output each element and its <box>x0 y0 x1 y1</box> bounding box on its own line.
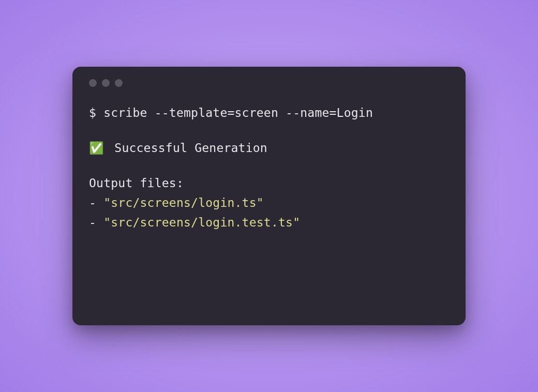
output-header: Output files: <box>89 174 449 193</box>
output-file-path: "src/screens/login.ts" <box>103 196 264 209</box>
output-file-line: - "src/screens/login.test.ts" <box>89 213 449 233</box>
success-icon: ✅ <box>89 139 104 158</box>
maximize-button[interactable] <box>115 79 123 87</box>
bullet: - <box>89 196 103 209</box>
output-file-path: "src/screens/login.test.ts" <box>103 216 300 229</box>
bullet: - <box>89 216 103 229</box>
window-controls <box>89 79 449 87</box>
output-file-line: - "src/screens/login.ts" <box>89 193 449 213</box>
status-text: Successful Generation <box>114 141 267 155</box>
close-button[interactable] <box>89 79 97 87</box>
command-text: $ scribe --template=screen --name=Login <box>89 106 373 119</box>
terminal-window: $ scribe --template=screen --name=Login … <box>72 67 466 325</box>
terminal-output: $ scribe --template=screen --name=Login … <box>89 103 449 233</box>
output-section: Output files: - "src/screens/login.ts" -… <box>89 174 449 233</box>
minimize-button[interactable] <box>102 79 110 87</box>
command-line: $ scribe --template=screen --name=Login <box>89 103 449 123</box>
status-line: ✅ Successful Generation <box>89 139 449 158</box>
